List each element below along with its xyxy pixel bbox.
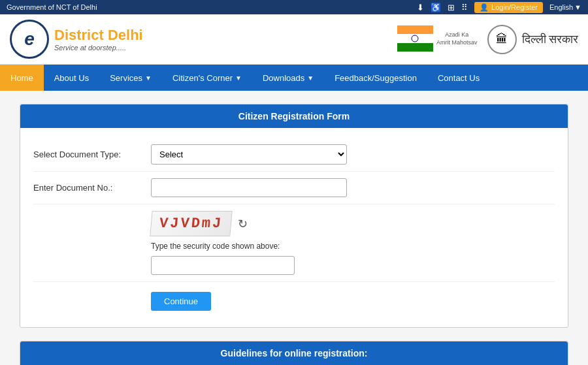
emblem-icon: 🏛 <box>487 25 517 54</box>
downloads-arrow-icon: ▼ <box>307 74 314 82</box>
refresh-icon[interactable]: ↻ <box>238 217 248 231</box>
document-type-row: Select Document Type: Select <box>33 138 555 172</box>
svg-rect-2 <box>397 43 433 52</box>
services-arrow-icon: ▼ <box>145 74 152 82</box>
nav-item-home[interactable]: Home <box>0 65 44 91</box>
nav-item-contact[interactable]: Contact Us <box>427 65 490 91</box>
captcha-image: VJVDmJ <box>150 211 233 236</box>
header: e District Delhi Service at doorstep....… <box>0 14 588 65</box>
captcha-image-row: VJVDmJ ↻ <box>151 211 555 236</box>
captcha-row: VJVDmJ ↻ Type the security code shown ab… <box>33 204 555 282</box>
citizens-corner-arrow-icon: ▼ <box>235 74 242 82</box>
captcha-wrapper: VJVDmJ ↻ Type the security code shown ab… <box>151 211 555 275</box>
user-icon: 👤 <box>480 3 489 12</box>
accessibility-icon[interactable]: ♿ <box>431 3 441 12</box>
nav-item-citizens-corner[interactable]: Citizen's Corner ▼ <box>162 65 252 91</box>
top-bar-right: ⬇ ♿ ⊞ ⠿ 👤 Login/Register English ▼ <box>417 2 581 13</box>
logo-circle: e <box>10 20 49 59</box>
form-title: Citizen Registration Form <box>20 104 568 128</box>
delhi-emblem: 🏛 दिल्ली सरकार <box>487 25 579 54</box>
captcha-input[interactable] <box>151 256 295 275</box>
delhi-sarkar-text: दिल्ली सरकार <box>522 33 579 46</box>
azadi-badge: Azadi Ka Amrit Mahotsav <box>397 25 478 54</box>
logo-text: District Delhi Service at doorstep..... <box>54 27 143 52</box>
nav-item-feedback[interactable]: Feedback/Suggestion <box>324 65 427 91</box>
document-type-label: Select Document Type: <box>33 150 151 159</box>
azadi-flag-icon <box>397 25 433 52</box>
document-type-select[interactable]: Select <box>151 144 347 165</box>
top-bar: Government of NCT of Delhi ⬇ ♿ ⊞ ⠿ 👤 Log… <box>0 0 588 14</box>
captcha-instruction: Type the security code shown above: <box>151 242 555 251</box>
svg-rect-0 <box>397 25 433 34</box>
nav-item-services[interactable]: Services ▼ <box>99 65 162 91</box>
nav-item-downloads[interactable]: Downloads ▼ <box>252 65 324 91</box>
registration-form-container: Citizen Registration Form Select Documen… <box>20 104 568 328</box>
lang-arrow-icon: ▼ <box>574 3 581 11</box>
document-no-label: Enter Document No.: <box>33 183 151 193</box>
document-type-input-wrapper: Select <box>151 144 555 165</box>
navigation: Home About Us Services ▼ Citizen's Corne… <box>0 65 588 91</box>
continue-row: Continue <box>33 282 555 317</box>
logo-section: e District Delhi Service at doorstep....… <box>10 20 143 59</box>
document-no-input[interactable] <box>151 178 347 197</box>
continue-wrapper: Continue <box>151 289 555 311</box>
login-register-button[interactable]: 👤 Login/Register <box>474 2 543 13</box>
document-no-input-wrapper <box>151 178 555 197</box>
captcha-section: VJVDmJ ↻ Type the security code shown ab… <box>151 211 555 275</box>
gov-label: Government of NCT of Delhi <box>7 3 97 11</box>
azadi-text: Azadi Ka Amrit Mahotsav <box>436 31 478 46</box>
download-icon[interactable]: ⬇ <box>417 3 424 12</box>
header-right: Azadi Ka Amrit Mahotsav 🏛 दिल्ली सरकार <box>397 25 578 54</box>
grid-icon[interactable]: ⠿ <box>461 3 468 12</box>
nav-item-about[interactable]: About Us <box>44 65 99 91</box>
guidelines-title: Guidelines for online registration: <box>20 341 568 365</box>
language-selector[interactable]: English ▼ <box>549 3 581 11</box>
guidelines-container: Guidelines for online registration: A va… <box>20 341 568 365</box>
document-no-row: Enter Document No.: <box>33 172 555 204</box>
form-body: Select Document Type: Select Enter Docum… <box>20 128 568 327</box>
sitemap-icon[interactable]: ⊞ <box>448 3 455 12</box>
logo-title: District Delhi <box>54 27 143 44</box>
continue-button[interactable]: Continue <box>151 292 211 311</box>
logo-subtitle: Service at doorstep..... <box>54 44 143 52</box>
main-content: Citizen Registration Form Select Documen… <box>0 91 588 365</box>
